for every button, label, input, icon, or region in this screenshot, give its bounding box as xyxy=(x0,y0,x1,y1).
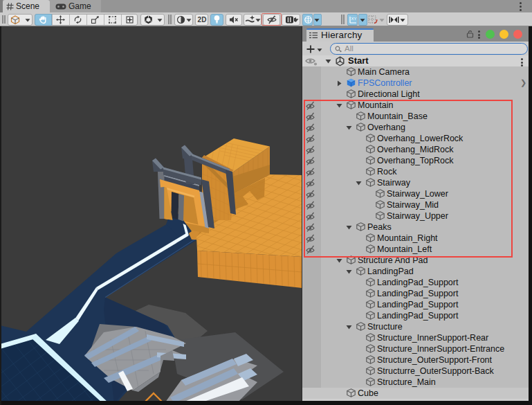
svg-text:XY: XY xyxy=(351,17,357,21)
